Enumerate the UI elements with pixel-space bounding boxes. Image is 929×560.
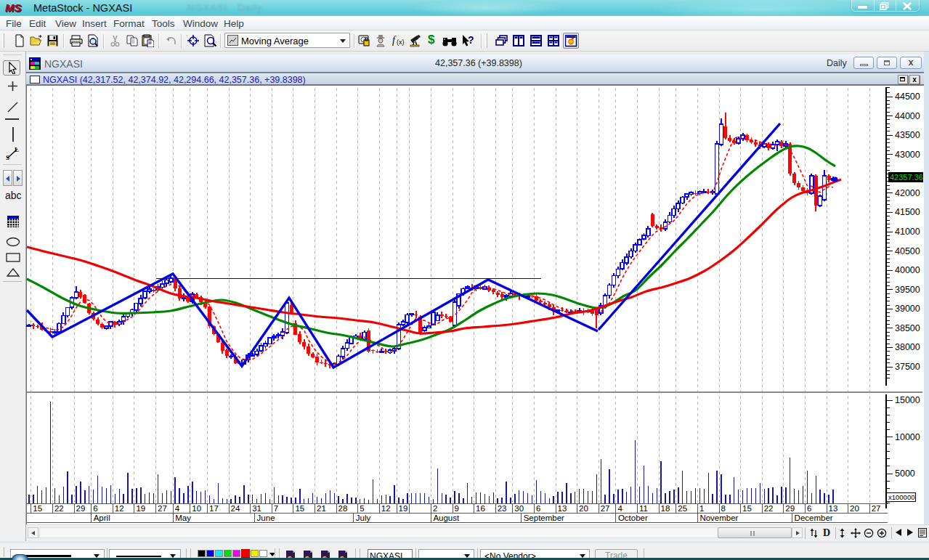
- svg-text:11: 11: [639, 504, 648, 513]
- svg-text:15: 15: [295, 504, 304, 513]
- svg-text:43500: 43500: [895, 130, 920, 140]
- svg-text:15000: 15000: [895, 395, 920, 405]
- svg-text:27: 27: [158, 504, 167, 513]
- svg-text:37500: 37500: [895, 362, 920, 372]
- svg-text:22: 22: [54, 504, 64, 513]
- svg-text:22: 22: [764, 504, 774, 513]
- svg-text:13: 13: [829, 504, 838, 513]
- svg-text:42357.36: 42357.36: [890, 173, 923, 182]
- svg-text:15: 15: [742, 504, 752, 513]
- svg-text:39000: 39000: [895, 304, 920, 314]
- svg-text:30: 30: [514, 504, 524, 513]
- svg-text:38000: 38000: [895, 342, 920, 352]
- svg-text:44500: 44500: [895, 92, 920, 102]
- svg-text:40500: 40500: [895, 246, 920, 256]
- svg-text:24: 24: [231, 504, 240, 513]
- svg-text:October: October: [618, 514, 648, 522]
- svg-text:39500: 39500: [895, 285, 920, 295]
- svg-text:S: S: [6, 154, 9, 161]
- svg-text:November: November: [699, 514, 738, 522]
- svg-text:12: 12: [115, 504, 124, 513]
- svg-text:December: December: [795, 514, 833, 522]
- svg-text:8: 8: [721, 504, 726, 513]
- svg-text:29: 29: [76, 504, 86, 513]
- svg-text:13: 13: [558, 504, 567, 513]
- svg-text:September: September: [524, 514, 564, 522]
- svg-text:17: 17: [209, 504, 219, 513]
- svg-text:10000: 10000: [895, 432, 920, 442]
- svg-text:25: 25: [678, 504, 687, 513]
- svg-text:23: 23: [498, 504, 507, 513]
- svg-text:15: 15: [33, 504, 42, 513]
- svg-text:2: 2: [433, 504, 437, 513]
- svg-text:40000: 40000: [895, 265, 920, 275]
- svg-text:27: 27: [601, 504, 610, 513]
- svg-text:4: 4: [175, 504, 180, 513]
- svg-text:10: 10: [192, 504, 201, 513]
- svg-text:31: 31: [252, 504, 261, 513]
- svg-text:41500: 41500: [895, 207, 920, 217]
- svg-text:6: 6: [93, 504, 97, 513]
- svg-text:41000: 41000: [895, 227, 920, 237]
- svg-text:May: May: [175, 514, 191, 522]
- svg-text:38500: 38500: [895, 323, 920, 333]
- svg-text:x100000: x100000: [888, 493, 914, 501]
- svg-text:(x): (x): [397, 38, 405, 46]
- svg-text:16: 16: [476, 504, 485, 513]
- svg-text:18: 18: [661, 504, 670, 513]
- svg-text:6: 6: [536, 504, 540, 513]
- svg-text:19: 19: [399, 504, 408, 513]
- svg-text:21: 21: [317, 504, 326, 513]
- svg-text:27: 27: [872, 504, 881, 513]
- svg-text:12: 12: [381, 504, 391, 513]
- svg-text:29: 29: [785, 504, 795, 513]
- svg-text:4: 4: [617, 504, 622, 513]
- svg-text:August: August: [433, 514, 460, 522]
- svg-text:July: July: [356, 514, 371, 522]
- svg-text:20: 20: [579, 504, 588, 513]
- svg-text:June: June: [257, 514, 275, 522]
- svg-text:19: 19: [136, 504, 145, 513]
- svg-text:L: L: [15, 146, 19, 153]
- svg-text:5: 5: [360, 504, 364, 513]
- svg-text:1: 1: [699, 504, 704, 513]
- svg-text:April: April: [94, 514, 110, 522]
- svg-text:43000: 43000: [895, 150, 920, 160]
- svg-text:7: 7: [274, 504, 278, 513]
- svg-text:?: ?: [468, 34, 474, 46]
- svg-text:6: 6: [807, 504, 811, 513]
- svg-text:5000: 5000: [895, 468, 915, 479]
- svg-text:42000: 42000: [895, 188, 920, 198]
- svg-text:20: 20: [850, 504, 859, 513]
- svg-text:28: 28: [338, 504, 348, 513]
- svg-text:44000: 44000: [895, 111, 920, 121]
- svg-text:9: 9: [455, 504, 459, 513]
